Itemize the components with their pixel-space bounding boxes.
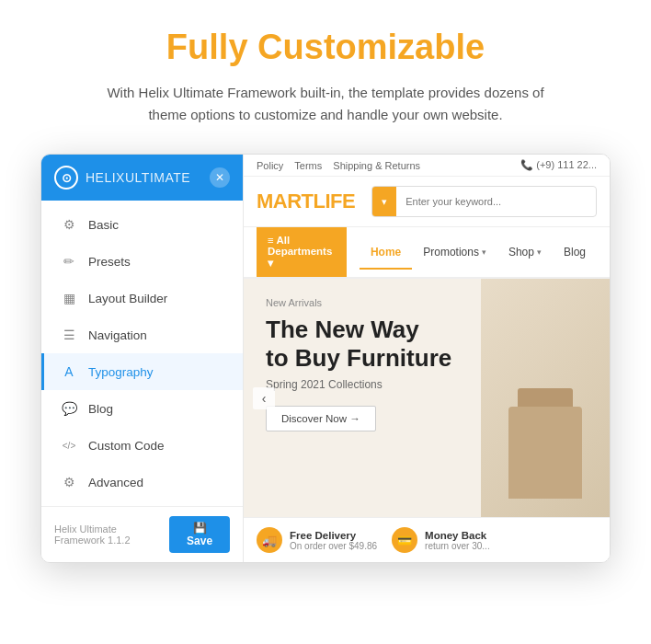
store-nav-links: Home Promotions ▾ Shop ▾ Blog [360, 236, 597, 268]
feature-free-delivery: 🚚 Free Delivery On order over $49.86 [257, 527, 377, 553]
store-logo: MARTLIFE [257, 190, 355, 213]
page-title: Fully Customizable [166, 28, 485, 67]
sidebar-nav: ⚙ Basic ✏ Presets ▦ Layout Builder ☰ Nav… [41, 201, 243, 506]
promotions-chevron-icon: ▾ [482, 247, 486, 257]
sidebar-item-typography-label: Typography [88, 365, 154, 379]
sidebar-item-layout-label: Layout Builder [88, 292, 167, 305]
typography-icon: A [61, 363, 77, 380]
sidebar-item-typography[interactable]: A Typography [41, 353, 243, 390]
store-search[interactable]: ▾ [371, 186, 597, 217]
store-nav: ≡ All Departments ▾ Home Promotions ▾ Sh… [244, 227, 610, 279]
store-preview: Policy Terms Shipping & Returns 📞 (+9) 1… [244, 155, 610, 562]
nav-link-shop[interactable]: Shop ▾ [497, 236, 553, 270]
hero-prev-button[interactable]: ‹ [253, 387, 275, 409]
code-icon: </> [61, 437, 77, 454]
store-phone: 📞 (+9) 111 22... [520, 159, 597, 171]
feature-money-back-text: Money Back return over 30... [425, 530, 490, 551]
save-button[interactable]: 💾 Save [169, 516, 230, 553]
sidebar-item-basic-label: Basic [88, 218, 119, 232]
navigation-icon: ☰ [61, 327, 77, 343]
nav-link-home[interactable]: Home [360, 236, 412, 270]
pencil-icon: ✏ [61, 253, 77, 270]
sidebar-logo: ⊙ HELIXULTIMATE [54, 166, 190, 190]
sidebar-item-navigation[interactable]: ☰ Navigation [41, 316, 243, 353]
sidebar-item-navigation-label: Navigation [88, 328, 147, 342]
search-input[interactable] [396, 196, 596, 207]
policy-link[interactable]: Policy [257, 160, 283, 171]
furniture-decoration [508, 407, 582, 499]
gear-icon: ⚙ [61, 216, 77, 233]
sidebar-header: ⊙ HELIXULTIMATE ✕ [41, 155, 243, 201]
money-back-icon: 💳 [392, 527, 417, 553]
helix-logo-icon: ⊙ [54, 166, 78, 190]
hero-image [481, 279, 610, 517]
sidebar-item-layout-builder[interactable]: ▦ Layout Builder [41, 280, 243, 316]
sidebar: ⊙ HELIXULTIMATE ✕ ⚙ Basic ✏ Presets ▦ La… [41, 155, 244, 562]
shipping-link[interactable]: Shipping & Returns [333, 160, 420, 171]
shop-chevron-icon: ▾ [537, 247, 542, 257]
layout-icon: ▦ [61, 290, 77, 306]
page-subtitle: With Helix Ultimate Framework built-in, … [105, 82, 546, 126]
sidebar-version: Helix Ultimate Framework 1.1.2 [54, 523, 169, 546]
sidebar-item-presets-label: Presets [88, 255, 131, 269]
store-hero: ‹ New Arrivals The New Way to Buy Furnit… [244, 279, 610, 517]
hero-cta-button[interactable]: Discover Now → [266, 406, 376, 431]
nav-link-promotions[interactable]: Promotions ▾ [412, 236, 497, 270]
sidebar-item-custom-code-label: Custom Code [88, 439, 165, 453]
store-topbar-links: Policy Terms Shipping & Returns [257, 160, 420, 171]
feature-money-back: 💳 Money Back return over 30... [392, 527, 490, 553]
store-footer-strip: 🚚 Free Delivery On order over $49.86 💳 M… [244, 517, 610, 562]
feature-delivery-text: Free Delivery On order over $49.86 [290, 530, 377, 551]
search-category-dropdown[interactable]: ▾ [372, 187, 396, 216]
sidebar-item-basic[interactable]: ⚙ Basic [41, 206, 243, 243]
sidebar-logo-text: HELIXULTIMATE [86, 170, 190, 185]
blog-icon: 💬 [61, 400, 77, 417]
nav-link-blog[interactable]: Blog [553, 236, 597, 270]
sidebar-item-advanced[interactable]: ⚙ Advanced [41, 464, 243, 500]
store-topbar: Policy Terms Shipping & Returns 📞 (+9) 1… [244, 155, 610, 177]
terms-link[interactable]: Terms [294, 160, 322, 171]
ui-mockup: ⊙ HELIXULTIMATE ✕ ⚙ Basic ✏ Presets ▦ La… [40, 154, 611, 563]
sidebar-item-custom-code[interactable]: </> Custom Code [41, 427, 243, 464]
delivery-icon: 🚚 [257, 527, 282, 553]
store-header: MARTLIFE ▾ [244, 177, 610, 227]
departments-button[interactable]: ≡ All Departments ▾ [257, 227, 347, 277]
sidebar-footer: Helix Ultimate Framework 1.1.2 💾 Save [41, 506, 243, 562]
sidebar-item-presets[interactable]: ✏ Presets [41, 243, 243, 280]
sidebar-close-button[interactable]: ✕ [210, 167, 230, 188]
sidebar-item-blog[interactable]: 💬 Blog [41, 390, 243, 427]
advanced-icon: ⚙ [61, 474, 77, 490]
sidebar-item-blog-label: Blog [88, 402, 113, 416]
sidebar-item-advanced-label: Advanced [88, 476, 143, 489]
